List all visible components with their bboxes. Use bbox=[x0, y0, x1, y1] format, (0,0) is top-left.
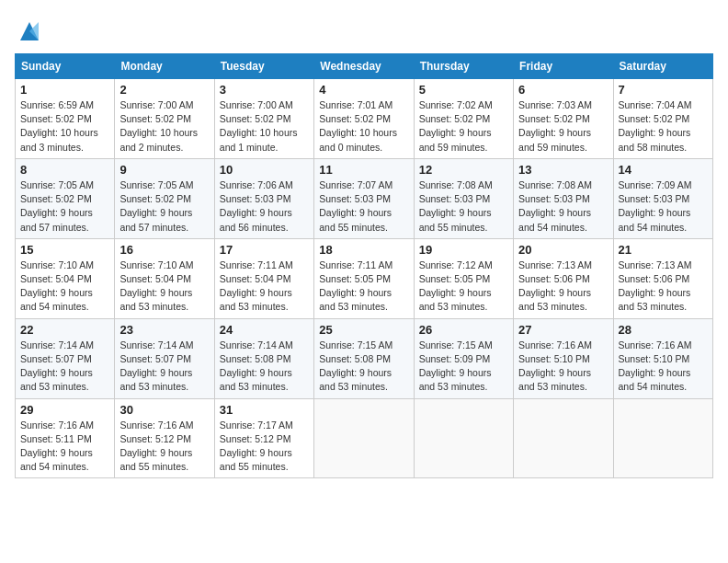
calendar-cell: 17 Sunrise: 7:11 AMSunset: 5:04 PMDaylig… bbox=[214, 238, 313, 318]
day-detail: Sunrise: 7:16 AMSunset: 5:10 PMDaylight:… bbox=[619, 339, 692, 393]
day-number: 29 bbox=[20, 403, 109, 417]
day-detail: Sunrise: 7:05 AMSunset: 5:02 PMDaylight:… bbox=[20, 179, 94, 233]
calendar-cell: 9 Sunrise: 7:05 AMSunset: 5:02 PMDayligh… bbox=[115, 158, 214, 238]
day-number: 26 bbox=[419, 323, 508, 337]
calendar-week-3: 15 Sunrise: 7:10 AMSunset: 5:04 PMDaylig… bbox=[16, 238, 713, 318]
calendar-week-2: 8 Sunrise: 7:05 AMSunset: 5:02 PMDayligh… bbox=[16, 158, 713, 238]
day-number: 31 bbox=[220, 403, 309, 417]
day-number: 7 bbox=[619, 83, 708, 97]
day-detail: Sunrise: 7:10 AMSunset: 5:04 PMDaylight:… bbox=[20, 259, 94, 313]
day-number: 8 bbox=[20, 163, 109, 177]
calendar-header-saturday: Saturday bbox=[613, 54, 712, 79]
day-detail: Sunrise: 7:03 AMSunset: 5:02 PMDaylight:… bbox=[518, 99, 592, 153]
day-detail: Sunrise: 7:16 AMSunset: 5:11 PMDaylight:… bbox=[20, 419, 94, 473]
day-detail: Sunrise: 7:01 AMSunset: 5:02 PMDaylight:… bbox=[319, 99, 397, 153]
calendar-cell bbox=[514, 398, 613, 478]
day-number: 20 bbox=[518, 243, 608, 257]
day-detail: Sunrise: 7:13 AMSunset: 5:06 PMDaylight:… bbox=[619, 259, 692, 313]
day-detail: Sunrise: 7:06 AMSunset: 5:03 PMDaylight:… bbox=[220, 179, 293, 233]
day-detail: Sunrise: 7:14 AMSunset: 5:07 PMDaylight:… bbox=[20, 339, 94, 393]
day-number: 16 bbox=[119, 243, 209, 257]
day-number: 9 bbox=[119, 163, 209, 177]
day-detail: Sunrise: 7:00 AMSunset: 5:02 PMDaylight:… bbox=[220, 99, 298, 153]
page-header bbox=[15, 15, 713, 44]
day-detail: Sunrise: 7:05 AMSunset: 5:02 PMDaylight:… bbox=[119, 179, 193, 233]
calendar-cell: 16 Sunrise: 7:10 AMSunset: 5:04 PMDaylig… bbox=[115, 238, 214, 318]
calendar-cell: 7 Sunrise: 7:04 AMSunset: 5:02 PMDayligh… bbox=[613, 79, 712, 159]
day-detail: Sunrise: 7:00 AMSunset: 5:02 PMDaylight:… bbox=[119, 99, 198, 153]
day-detail: Sunrise: 7:12 AMSunset: 5:05 PMDaylight:… bbox=[419, 259, 493, 313]
day-detail: Sunrise: 7:15 AMSunset: 5:08 PMDaylight:… bbox=[319, 339, 392, 393]
calendar-cell: 10 Sunrise: 7:06 AMSunset: 5:03 PMDaylig… bbox=[214, 158, 313, 238]
day-detail: Sunrise: 7:17 AMSunset: 5:12 PMDaylight:… bbox=[220, 419, 293, 473]
calendar-cell: 2 Sunrise: 7:00 AMSunset: 5:02 PMDayligh… bbox=[115, 79, 214, 159]
day-number: 18 bbox=[319, 243, 408, 257]
calendar-week-4: 22 Sunrise: 7:14 AMSunset: 5:07 PMDaylig… bbox=[16, 318, 713, 398]
day-number: 17 bbox=[220, 243, 309, 257]
day-number: 19 bbox=[419, 243, 508, 257]
day-number: 22 bbox=[20, 323, 109, 337]
calendar-header-sunday: Sunday bbox=[16, 54, 115, 79]
calendar-header-thursday: Thursday bbox=[414, 54, 513, 79]
day-number: 13 bbox=[518, 163, 608, 177]
calendar-cell bbox=[613, 398, 712, 478]
calendar-cell: 24 Sunrise: 7:14 AMSunset: 5:08 PMDaylig… bbox=[214, 318, 313, 398]
calendar-cell: 6 Sunrise: 7:03 AMSunset: 5:02 PMDayligh… bbox=[514, 79, 613, 159]
day-number: 12 bbox=[419, 163, 508, 177]
calendar-cell: 25 Sunrise: 7:15 AMSunset: 5:08 PMDaylig… bbox=[314, 318, 414, 398]
calendar-header-friday: Friday bbox=[514, 54, 613, 79]
logo bbox=[15, 18, 42, 44]
day-detail: Sunrise: 7:08 AMSunset: 5:03 PMDaylight:… bbox=[518, 179, 592, 233]
day-number: 6 bbox=[518, 83, 608, 97]
day-detail: Sunrise: 7:16 AMSunset: 5:10 PMDaylight:… bbox=[518, 339, 592, 393]
calendar-cell: 26 Sunrise: 7:15 AMSunset: 5:09 PMDaylig… bbox=[414, 318, 513, 398]
day-number: 14 bbox=[619, 163, 708, 177]
calendar-cell: 5 Sunrise: 7:02 AMSunset: 5:02 PMDayligh… bbox=[414, 79, 513, 159]
day-number: 3 bbox=[220, 83, 309, 97]
day-detail: Sunrise: 7:08 AMSunset: 5:03 PMDaylight:… bbox=[419, 179, 493, 233]
calendar-cell: 11 Sunrise: 7:07 AMSunset: 5:03 PMDaylig… bbox=[314, 158, 414, 238]
calendar-cell: 12 Sunrise: 7:08 AMSunset: 5:03 PMDaylig… bbox=[414, 158, 513, 238]
day-number: 21 bbox=[619, 243, 708, 257]
day-number: 1 bbox=[20, 83, 109, 97]
day-number: 28 bbox=[619, 323, 708, 337]
calendar-cell: 29 Sunrise: 7:16 AMSunset: 5:11 PMDaylig… bbox=[16, 398, 115, 478]
day-number: 5 bbox=[419, 83, 508, 97]
day-detail: Sunrise: 7:15 AMSunset: 5:09 PMDaylight:… bbox=[419, 339, 493, 393]
day-number: 30 bbox=[119, 403, 209, 417]
calendar-header-wednesday: Wednesday bbox=[314, 54, 414, 79]
calendar-cell: 13 Sunrise: 7:08 AMSunset: 5:03 PMDaylig… bbox=[514, 158, 613, 238]
calendar-cell: 27 Sunrise: 7:16 AMSunset: 5:10 PMDaylig… bbox=[514, 318, 613, 398]
day-detail: Sunrise: 7:10 AMSunset: 5:04 PMDaylight:… bbox=[119, 259, 193, 313]
day-number: 15 bbox=[20, 243, 109, 257]
calendar-cell: 8 Sunrise: 7:05 AMSunset: 5:02 PMDayligh… bbox=[16, 158, 115, 238]
day-number: 11 bbox=[319, 163, 408, 177]
day-detail: Sunrise: 7:09 AMSunset: 5:03 PMDaylight:… bbox=[619, 179, 692, 233]
logo-icon bbox=[17, 18, 42, 44]
calendar-cell bbox=[414, 398, 513, 478]
day-detail: Sunrise: 7:16 AMSunset: 5:12 PMDaylight:… bbox=[119, 419, 193, 473]
calendar-cell: 30 Sunrise: 7:16 AMSunset: 5:12 PMDaylig… bbox=[115, 398, 214, 478]
calendar-cell: 3 Sunrise: 7:00 AMSunset: 5:02 PMDayligh… bbox=[214, 79, 313, 159]
calendar-cell: 4 Sunrise: 7:01 AMSunset: 5:02 PMDayligh… bbox=[314, 79, 414, 159]
calendar-cell: 18 Sunrise: 7:11 AMSunset: 5:05 PMDaylig… bbox=[314, 238, 414, 318]
calendar-header-row: SundayMondayTuesdayWednesdayThursdayFrid… bbox=[16, 54, 713, 79]
calendar-cell: 28 Sunrise: 7:16 AMSunset: 5:10 PMDaylig… bbox=[613, 318, 712, 398]
day-number: 27 bbox=[518, 323, 608, 337]
day-number: 25 bbox=[319, 323, 408, 337]
day-detail: Sunrise: 7:14 AMSunset: 5:07 PMDaylight:… bbox=[119, 339, 193, 393]
calendar-cell bbox=[314, 398, 414, 478]
calendar-cell: 21 Sunrise: 7:13 AMSunset: 5:06 PMDaylig… bbox=[613, 238, 712, 318]
calendar-cell: 23 Sunrise: 7:14 AMSunset: 5:07 PMDaylig… bbox=[115, 318, 214, 398]
day-number: 2 bbox=[119, 83, 209, 97]
calendar-cell: 15 Sunrise: 7:10 AMSunset: 5:04 PMDaylig… bbox=[16, 238, 115, 318]
day-detail: Sunrise: 7:11 AMSunset: 5:05 PMDaylight:… bbox=[319, 259, 392, 313]
day-number: 23 bbox=[119, 323, 209, 337]
day-detail: Sunrise: 7:07 AMSunset: 5:03 PMDaylight:… bbox=[319, 179, 392, 233]
day-number: 4 bbox=[319, 83, 408, 97]
calendar-week-1: 1 Sunrise: 6:59 AMSunset: 5:02 PMDayligh… bbox=[16, 79, 713, 159]
day-detail: Sunrise: 7:14 AMSunset: 5:08 PMDaylight:… bbox=[220, 339, 293, 393]
calendar-cell: 14 Sunrise: 7:09 AMSunset: 5:03 PMDaylig… bbox=[613, 158, 712, 238]
calendar-cell: 19 Sunrise: 7:12 AMSunset: 5:05 PMDaylig… bbox=[414, 238, 513, 318]
calendar-header-tuesday: Tuesday bbox=[214, 54, 313, 79]
